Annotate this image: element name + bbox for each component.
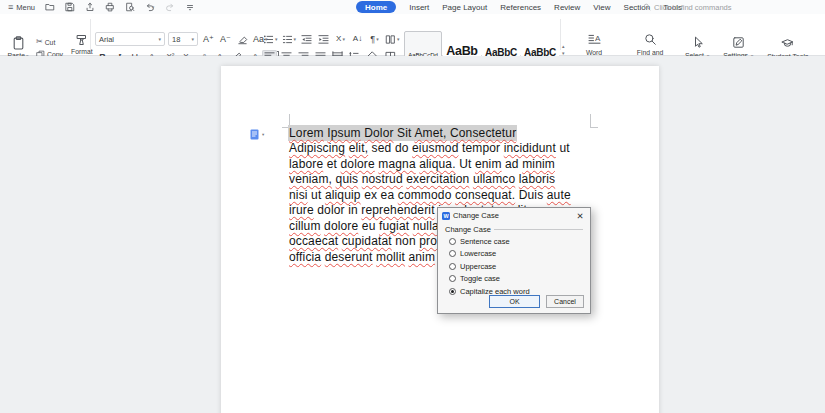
document-line: labore et dolore magna aliqua. Ut enim a… <box>289 157 607 172</box>
font-size-value: 18 <box>172 35 180 44</box>
clipboard-icon <box>12 36 25 50</box>
decrease-indent-button[interactable] <box>299 33 314 46</box>
show-formatting-marks-glyph: ¶ <box>370 34 375 44</box>
decrease-font-size-button[interactable]: A⁻ <box>218 33 233 46</box>
select-cursor-icon <box>691 36 704 49</box>
numbering-icon <box>282 34 293 45</box>
scissors-icon: ✂ <box>36 38 43 46</box>
save-button[interactable] <box>62 1 77 13</box>
gallery-scroll-up[interactable]: ▴ <box>562 44 565 49</box>
tab-page-layout[interactable]: Page Layout <box>442 3 487 12</box>
hamburger-icon: ≡ <box>8 3 13 12</box>
radio-label: Sentence case <box>460 237 510 246</box>
groupbox-label: Change Case <box>445 225 491 234</box>
chevron-down-icon: ▾ <box>262 132 264 137</box>
print-icon <box>105 2 115 12</box>
radio-icon[interactable] <box>449 250 456 257</box>
export-button[interactable] <box>82 1 97 13</box>
svg-text:A: A <box>595 34 601 43</box>
chevron-down-icon: ▾ <box>294 36 297 42</box>
document-area: ▾ Lorem Ipsum Dolor Sit Amet, Consectetu… <box>0 56 825 413</box>
radio-icon[interactable] <box>449 263 456 270</box>
ok-button[interactable]: OK <box>489 295 540 308</box>
undo-button[interactable]: ▾ <box>142 1 157 13</box>
find-replace-icon <box>644 33 657 46</box>
settings-icon <box>732 36 745 49</box>
redo-button[interactable] <box>162 1 177 13</box>
title-bar: ≡ Menu ▾ HomeInsertPage LayoutReferences… <box>0 0 825 14</box>
radio-sentence-case[interactable]: Sentence case <box>449 237 590 245</box>
cut-button[interactable]: ✂ Cut <box>36 38 63 46</box>
change-case-dialog: W Change Case ✕ Change Case Sentence cas… <box>437 207 591 314</box>
radio-icon[interactable] <box>449 275 456 282</box>
print-preview-button[interactable] <box>122 1 137 13</box>
close-icon[interactable]: ✕ <box>574 211 586 221</box>
open-button[interactable] <box>42 1 57 13</box>
preview-icon <box>125 2 135 12</box>
paragraph-widget[interactable]: ▾ <box>250 129 264 140</box>
chevron-down-icon: ▾ <box>158 36 161 42</box>
quick-access-toolbar: ▾ <box>42 0 197 14</box>
radio-uppercase[interactable]: Uppercase <box>449 262 590 270</box>
document-line: nisi ut aliquip ex ea commodo consequat.… <box>289 188 607 203</box>
font-name-select[interactable]: Arial ▾ <box>95 32 165 46</box>
groupbox-line <box>494 229 583 230</box>
dialog-buttons: OK Cancel <box>489 295 584 308</box>
cancel-button[interactable]: Cancel <box>546 295 584 308</box>
redo-icon <box>165 2 175 12</box>
command-search[interactable]: Click to find commands <box>643 0 732 14</box>
radio-lowercase[interactable]: Lowercase <box>449 250 590 258</box>
eraser-icon <box>237 34 248 45</box>
asian-layout-glyph: X <box>336 34 341 44</box>
tab-review[interactable]: Review <box>554 3 580 12</box>
clear-formatting-button[interactable] <box>235 33 250 46</box>
font-size-select[interactable]: 18 ▾ <box>168 32 198 46</box>
bullets-icon <box>263 34 274 45</box>
change-case-groupbox: Change Case <box>445 225 583 234</box>
decrease-font-size-glyph: A⁻ <box>220 34 231 44</box>
ribbon-tabs: HomeInsertPage LayoutReferencesReviewVie… <box>356 0 682 14</box>
export-icon <box>85 2 95 12</box>
paste-options-icon <box>250 129 259 140</box>
radio-label: Toggle case <box>460 274 500 283</box>
chevron-down-icon: ▾ <box>275 36 278 42</box>
menu-button[interactable]: ≡ Menu <box>8 0 35 14</box>
show-formatting-marks-button[interactable]: ¶▾ <box>367 33 382 46</box>
text-direction-button[interactable]: ▾ <box>384 33 401 46</box>
search-hint-text: Click to find commands <box>654 3 732 12</box>
sort-button[interactable]: A↓ <box>350 33 365 46</box>
tab-references[interactable]: References <box>500 3 541 12</box>
outdent-icon <box>301 34 312 45</box>
document-line: veniam, quis nostrud exercitation ullamc… <box>289 172 607 187</box>
chevron-down-icon: ▾ <box>397 36 400 42</box>
numbering-button[interactable]: ▾ <box>281 33 298 46</box>
document-line: Lorem Ipsum Dolor Sit Amet, Consectetur <box>289 126 607 141</box>
radio-icon[interactable] <box>449 238 456 245</box>
tab-insert[interactable]: Insert <box>409 3 429 12</box>
group-separator <box>90 19 91 50</box>
asian-layout-button[interactable]: X▾ <box>333 33 348 46</box>
dialog-title: Change Case <box>453 211 571 220</box>
chevron-down-icon: ▾ <box>376 36 379 42</box>
student-tools-icon <box>781 37 794 50</box>
folder-icon <box>45 2 55 12</box>
increase-font-size-button[interactable]: A⁺ <box>201 33 216 46</box>
tab-view[interactable]: View <box>593 3 610 12</box>
tab-home[interactable]: Home <box>356 1 396 13</box>
bullets-button[interactable]: ▾ <box>262 33 279 46</box>
radio-toggle-case[interactable]: Toggle case <box>449 275 590 283</box>
radio-selected-icon[interactable] <box>449 288 456 295</box>
cut-label: Cut <box>45 39 56 46</box>
chevron-down-icon: ▾ <box>342 36 345 42</box>
menu-label: Menu <box>16 3 35 12</box>
customize-quick-access-button[interactable] <box>182 1 197 13</box>
indent-icon <box>318 34 329 45</box>
word-typesetting-icon: A <box>588 33 601 46</box>
increase-indent-button[interactable] <box>316 33 331 46</box>
wps-app-icon: W <box>442 212 450 220</box>
chevron-down-icon: ▾ <box>152 4 155 10</box>
ribbon: Paste▾ ✂ Cut Copy Format Painter Arial ▾ <box>0 14 825 56</box>
more-icon <box>185 2 195 12</box>
print-button[interactable] <box>102 1 117 13</box>
brush-icon <box>75 34 88 46</box>
